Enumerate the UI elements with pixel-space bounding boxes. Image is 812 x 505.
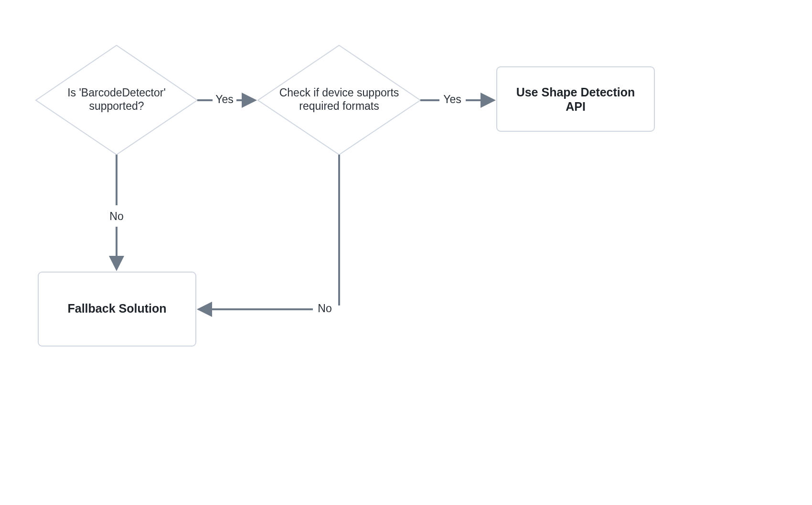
decision-formats-label-1: Check if device supports	[279, 86, 399, 99]
edge-barcode-yes: Yes	[197, 93, 253, 105]
edge-barcode-no-label: No	[109, 210, 123, 222]
edge-formats-no: No	[201, 155, 339, 315]
decision-barcode-label-1: Is 'BarcodeDetector'	[67, 86, 166, 99]
flowchart-canvas: Is 'BarcodeDetector' supported? Check if…	[0, 0, 812, 505]
decision-barcode-label-2: supported?	[89, 100, 144, 112]
decision-formats-node: Check if device supports required format…	[258, 45, 420, 155]
edge-formats-yes: Yes	[420, 93, 492, 105]
edge-barcode-yes-label: Yes	[215, 93, 234, 105]
result-api-node: Use Shape Detection API	[497, 67, 654, 131]
edge-barcode-no: No	[109, 155, 123, 267]
result-api-label-2: API	[566, 100, 586, 113]
result-fallback-label-1: Fallback Solution	[68, 302, 167, 315]
result-fallback-node: Fallback Solution	[38, 272, 196, 346]
decision-barcode-node: Is 'BarcodeDetector' supported?	[36, 45, 197, 155]
result-api-label-1: Use Shape Detection	[516, 85, 635, 99]
edge-formats-no-label: No	[318, 302, 331, 315]
svg-rect-2	[497, 67, 654, 131]
decision-formats-label-2: required formats	[299, 100, 379, 112]
edge-formats-yes-label: Yes	[443, 93, 461, 105]
